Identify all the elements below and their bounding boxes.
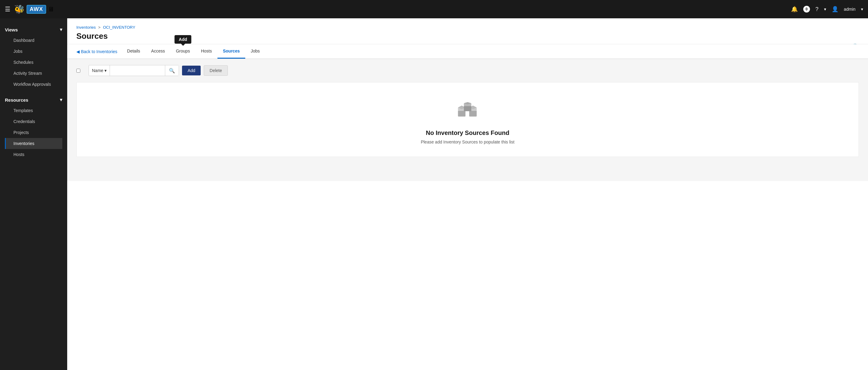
- breadcrumb-current: OCI_INVENTORY: [103, 25, 135, 30]
- user-chevron-icon[interactable]: ▾: [861, 7, 863, 11]
- delete-button[interactable]: Delete: [204, 65, 227, 76]
- sidebar-item-workflow-approvals[interactable]: Workflow Approvals: [5, 79, 62, 90]
- search-icon: 🔍: [169, 68, 175, 74]
- breadcrumb-inventories-link[interactable]: Inventories: [76, 25, 96, 30]
- tab-back-to-inventories[interactable]: ◀ Back to Inventories: [76, 45, 122, 58]
- logo-monitor-icon: 🖥: [48, 6, 54, 13]
- sidebar-item-schedules[interactable]: Schedules: [5, 57, 62, 68]
- empty-state-title: No Inventory Sources Found: [426, 129, 509, 136]
- page-title: Sources: [76, 31, 859, 41]
- page-header: Inventories > OCI_INVENTORY Sources 🕐: [67, 18, 868, 44]
- svg-rect-0: [458, 110, 466, 116]
- hamburger-menu[interactable]: ☰: [5, 5, 10, 13]
- views-section: Views ▾ Dashboard Jobs Schedules Activit…: [0, 21, 67, 92]
- resources-section-header[interactable]: Resources ▾: [5, 96, 62, 105]
- help-icon[interactable]: ?: [815, 6, 818, 12]
- toolbar-row: Name ▾ 🔍 Add Delete: [76, 65, 859, 76]
- select-all-checkbox-col: [76, 69, 86, 73]
- add-button[interactable]: Add: [182, 66, 201, 75]
- tab-jobs[interactable]: Jobs: [245, 44, 266, 59]
- empty-state: No Inventory Sources Found Please add In…: [76, 82, 859, 157]
- empty-state-subtitle: Please add Inventory Sources to populate…: [421, 139, 515, 144]
- nav-right: 🔔 0 ? ▾ 👤 admin ▾: [791, 6, 863, 12]
- user-icon: 👤: [832, 6, 838, 12]
- tab-groups[interactable]: Add Groups: [170, 44, 195, 59]
- views-chevron-icon: ▾: [60, 27, 62, 32]
- resources-chevron-icon: ▾: [60, 97, 62, 103]
- sidebar-item-inventories[interactable]: Inventories: [5, 138, 62, 149]
- search-button[interactable]: 🔍: [165, 65, 179, 76]
- sidebar-item-jobs[interactable]: Jobs: [5, 46, 62, 57]
- resources-label: Resources: [5, 97, 28, 103]
- sidebar-item-projects[interactable]: Projects: [5, 127, 62, 138]
- tab-back-label: Back to Inventories: [81, 49, 117, 54]
- views-section-header[interactable]: Views ▾: [5, 26, 62, 35]
- app-layout: Views ▾ Dashboard Jobs Schedules Activit…: [0, 18, 868, 370]
- help-chevron-icon[interactable]: ▾: [824, 7, 826, 11]
- breadcrumb-separator: >: [98, 25, 101, 30]
- logo-text: AWX: [27, 5, 46, 14]
- sidebar-item-dashboard[interactable]: Dashboard: [5, 35, 62, 46]
- svg-rect-6: [464, 106, 471, 111]
- tab-details[interactable]: Details: [122, 44, 146, 59]
- resources-section: Resources ▾ Templates Credentials Projec…: [0, 92, 67, 162]
- sidebar-item-templates[interactable]: Templates: [5, 105, 62, 116]
- notification-badge: 0: [803, 6, 810, 12]
- name-filter: Name ▾ 🔍: [89, 65, 179, 76]
- tab-sources[interactable]: Sources: [217, 44, 245, 59]
- sidebar-item-activity-stream[interactable]: Activity Stream: [5, 68, 62, 79]
- filter-label: Name ▾: [89, 65, 110, 76]
- tab-hosts[interactable]: Hosts: [195, 44, 217, 59]
- app-logo: 🐝 AWX 🖥: [14, 4, 54, 14]
- empty-boxes-icon: [457, 101, 478, 123]
- tabs-bar: ◀ Back to Inventories Details Access Add…: [67, 44, 868, 59]
- views-label: Views: [5, 27, 18, 32]
- svg-rect-3: [469, 110, 477, 116]
- tab-access[interactable]: Access: [146, 44, 170, 59]
- logo-bee-icon: 🐝: [14, 4, 25, 14]
- content-area: Name ▾ 🔍 Add Delete: [67, 59, 868, 181]
- bell-icon[interactable]: 🔔: [791, 6, 798, 12]
- select-all-checkbox[interactable]: [76, 69, 80, 73]
- filter-chevron-icon[interactable]: ▾: [104, 68, 106, 73]
- breadcrumb: Inventories > OCI_INVENTORY: [76, 25, 859, 30]
- filter-input[interactable]: [110, 65, 165, 76]
- main-content: Inventories > OCI_INVENTORY Sources 🕐 ◀ …: [67, 18, 868, 370]
- sidebar-item-hosts[interactable]: Hosts: [5, 149, 62, 160]
- sidebar-item-credentials[interactable]: Credentials: [5, 116, 62, 127]
- username-label[interactable]: admin: [844, 7, 856, 11]
- back-arrow-icon: ◀: [76, 49, 80, 54]
- top-navbar: ☰ 🐝 AWX 🖥 🔔 0 ? ▾ 👤 admin ▾: [0, 0, 868, 18]
- sidebar: Views ▾ Dashboard Jobs Schedules Activit…: [0, 18, 67, 370]
